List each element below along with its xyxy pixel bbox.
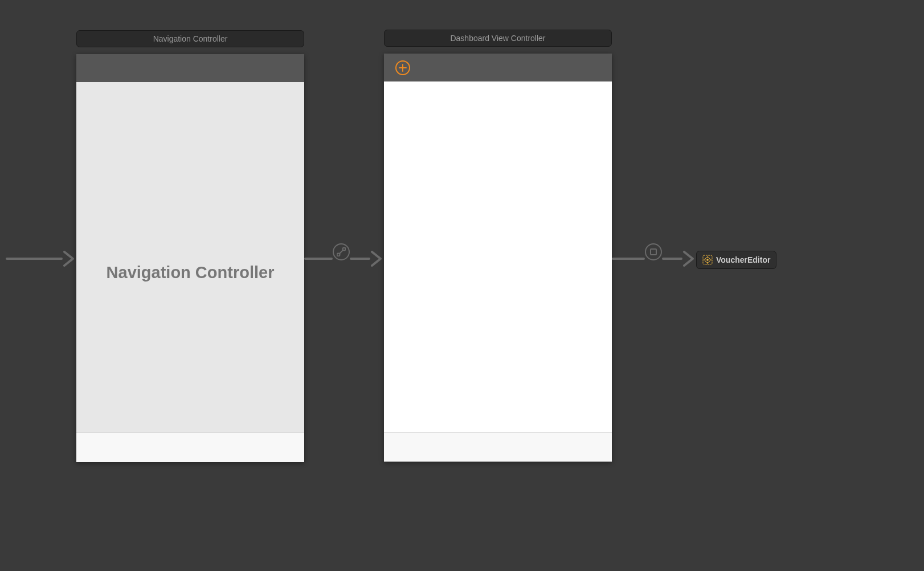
scene-title-dashboard-view-controller[interactable]: Dashboard View Controller <box>384 30 612 47</box>
segue-present-modally[interactable] <box>612 251 696 267</box>
segue-line <box>612 258 645 260</box>
svg-rect-2 <box>651 249 656 255</box>
storyboard-reference-icon <box>702 255 713 265</box>
storyboard-canvas[interactable]: Navigation Controller Navigation Control… <box>0 0 924 571</box>
arrow-head-icon <box>682 251 696 267</box>
navigation-controller-content: Navigation Controller <box>76 82 304 462</box>
relationship-segue-icon[interactable] <box>333 243 350 260</box>
scene-title-label: Navigation Controller <box>153 34 228 43</box>
scene-title-navigation-controller[interactable]: Navigation Controller <box>76 30 304 47</box>
scene-navigation-controller[interactable]: Navigation Controller <box>76 54 304 462</box>
initial-view-controller-arrow[interactable] <box>6 251 76 267</box>
svg-point-0 <box>337 254 340 256</box>
toolbar <box>384 432 612 462</box>
segue-line <box>350 258 370 260</box>
navigation-bar[interactable] <box>384 54 612 81</box>
segue-line <box>662 258 682 260</box>
segue-root-view-controller[interactable] <box>304 251 384 267</box>
plus-icon <box>399 64 407 72</box>
add-bar-button[interactable] <box>395 60 410 75</box>
arrow-head-icon <box>63 251 76 267</box>
arrow-head-icon <box>370 251 384 267</box>
svg-point-1 <box>343 248 346 251</box>
storyboard-reference-voucher-editor[interactable]: VoucherEditor <box>696 251 776 269</box>
segue-line <box>6 258 63 260</box>
scene-title-label: Dashboard View Controller <box>450 34 545 43</box>
storyboard-reference-label: VoucherEditor <box>716 255 770 264</box>
view-content-area[interactable] <box>384 81 612 432</box>
navigation-bar[interactable] <box>76 54 304 82</box>
toolbar <box>76 433 304 462</box>
svg-point-5 <box>706 259 709 261</box>
scene-dashboard-view-controller[interactable] <box>384 54 612 462</box>
navigation-controller-placeholder-text: Navigation Controller <box>107 263 275 282</box>
present-modally-segue-icon[interactable] <box>645 243 662 260</box>
segue-line <box>304 258 333 260</box>
